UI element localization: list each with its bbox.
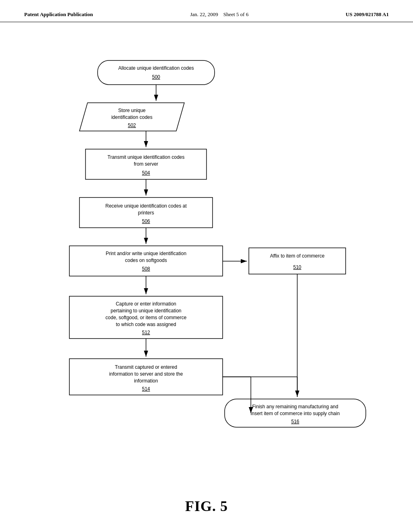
flowchart-svg: Allocate unique identification codes 500… (33, 38, 380, 494)
diagram-area: Allocate unique identification codes 500… (0, 22, 413, 531)
node-512-num: 512 (142, 330, 150, 335)
node-514-label1: Transmit captured or entered (115, 364, 177, 370)
node-508-num: 508 (142, 266, 150, 272)
node-500-num: 500 (152, 74, 160, 80)
node-510-box (249, 248, 346, 274)
fig-label: FIG. 5 (24, 498, 389, 515)
node-504-label1: Transmit unique identification codes (108, 154, 185, 160)
node-514-label2: information to server and store the (109, 371, 183, 377)
node-500-box (98, 60, 215, 85)
node-500-label: Allocate unique identification codes (118, 65, 194, 71)
header-sheet: Sheet 5 of 6 (223, 11, 248, 17)
node-504-label2: from server (134, 161, 159, 167)
header-date: Jan. 22, 2009 (190, 11, 218, 17)
node-516-label1: Finish any remaining manufacturing and (252, 404, 338, 409)
node-510-num: 510 (293, 264, 301, 270)
node-512-label2: pertaining to unique identification (111, 308, 181, 314)
node-514-num: 514 (142, 386, 150, 392)
node-516-num: 516 (291, 419, 299, 424)
header-center: Jan. 22, 2009 Sheet 5 of 6 (190, 11, 248, 18)
node-514-label3: information (134, 378, 158, 384)
node-504-num: 504 (142, 170, 150, 176)
header-right: US 2009/021788 A1 (346, 11, 389, 18)
node-506-label2: printers (138, 210, 154, 216)
node-510-label1: Affix to item of commerce (270, 253, 324, 259)
node-502-num: 502 (128, 123, 136, 128)
node-506-num: 506 (142, 218, 150, 224)
node-516-label2: insert item of commerce into supply chai… (251, 411, 340, 416)
node-512-label4: to which code was assigned (116, 322, 176, 327)
node-512-label3: code, softgood, or items of commerce (106, 315, 187, 320)
page-header: Patent Application Publication Jan. 22, … (0, 0, 413, 22)
header-left: Patent Application Publication (24, 11, 93, 18)
node-506-label1: Receive unique identification codes at (105, 203, 187, 209)
node-508-label2: codes on softgoods (125, 258, 167, 263)
node-512-label1: Capture or enter information (116, 301, 176, 307)
node-508-label1: Print and/or write unique identification (106, 251, 186, 256)
node-502-label2: identification codes (111, 114, 152, 120)
node-502-label: Store unique (118, 108, 146, 113)
